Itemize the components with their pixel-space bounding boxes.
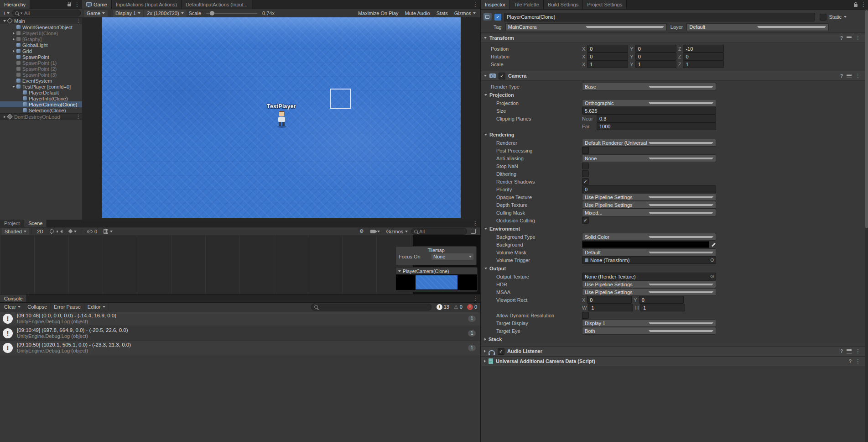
transform-header[interactable]: Transform ? ⋮ [481,33,868,43]
scene-search-input[interactable]: All [411,228,467,235]
preset-icon[interactable] [847,36,852,40]
scale-slider-knob[interactable] [210,11,214,16]
hidden-objects-toggle[interactable]: 0 [84,228,100,235]
error-count-badge[interactable]: !0 [465,304,479,310]
x-field[interactable]: 0 [587,53,628,60]
foldout-arrow-icon[interactable] [484,350,486,353]
renderer-dropdown[interactable]: Default Renderer (UniversalRenderPipelin… [582,139,716,147]
foldout-arrow-icon[interactable] [484,360,486,363]
expander-icon[interactable] [11,48,16,54]
log-count-badge[interactable]: !13 [434,304,452,310]
viewport-h-field[interactable]: 1 [640,304,685,311]
additional-camera-data-header[interactable]: Universal Additional Camera Data (Script… [481,356,868,366]
hierarchy-item[interactable]: SpawnPoint (2) ⋮ [0,66,82,72]
volume-mask-dropdown[interactable]: Default [582,248,716,256]
maximize-view-button[interactable] [468,228,478,235]
expander-icon[interactable] [17,96,23,101]
panel-menu-icon[interactable]: ⋮ [473,221,478,226]
expander-icon[interactable] [11,84,16,89]
y-field[interactable]: 1 [635,60,676,68]
enabled-checkbox[interactable] [498,348,504,355]
output-section[interactable]: Output [481,264,868,273]
hierarchy-item[interactable]: PlayerInfo(Clone) ⋮ [0,95,82,101]
inspector-tab[interactable]: Build Settings [544,0,583,9]
static-toggle[interactable]: Static [820,14,847,21]
expander-icon[interactable] [11,31,16,36]
maximize-on-play-button[interactable]: Maximize On Play [355,10,401,17]
scrollbar-thumb[interactable] [865,10,868,228]
component-menu-icon[interactable]: ⋮ [855,35,861,41]
hierarchy-item[interactable]: PlayerUI(Clone) ⋮ [0,30,82,36]
game-viewport[interactable]: TestPlayer [82,17,480,220]
depth-texture-dropdown[interactable]: Use Pipeline Settings [582,201,716,209]
expander-icon[interactable] [17,90,23,95]
post-processing-checkbox[interactable] [582,147,589,154]
occlusion-culling-checkbox[interactable] [582,217,589,224]
inspector-tab[interactable]: Inspector [481,0,510,9]
error-pause-button[interactable]: Error Pause [51,303,84,310]
size-field[interactable]: 5.625 [582,107,716,115]
tab-hierarchy[interactable]: Hierarchy [0,0,30,9]
background-type-dropdown[interactable]: Solid Color [582,233,716,241]
grid-dropdown[interactable] [101,228,115,235]
expander-icon[interactable] [11,78,16,84]
target-eye-dropdown[interactable]: Both [582,327,716,335]
static-checkbox[interactable] [820,14,826,21]
lock-icon[interactable] [854,4,858,7]
opaque-texture-dropdown[interactable]: Use Pipeline Settings [582,193,716,201]
help-icon[interactable]: ? [840,74,843,79]
game-render-area[interactable]: TestPlayer [102,17,461,218]
effects-dropdown[interactable] [66,228,79,235]
hierarchy-item[interactable]: SpawnPoint (3) ⋮ [0,72,82,78]
hierarchy-item[interactable]: Main ⋮ [0,17,82,24]
dynamic-resolution-checkbox[interactable] [582,312,589,319]
hierarchy-item[interactable]: [Graphy] ⋮ [0,36,82,42]
projection-section[interactable]: Projection [481,90,868,99]
environment-section[interactable]: Environment [481,224,868,233]
foldout-arrow-icon[interactable] [484,75,487,77]
component-menu-icon[interactable]: ⋮ [855,73,861,79]
layer-dropdown[interactable]: Default [686,23,829,31]
expander-icon[interactable] [11,25,16,30]
game-mode-dropdown[interactable]: Game [84,10,108,17]
editor-dropdown[interactable]: Editor [84,303,109,310]
view-tab[interactable]: DefaultInputActions (Input... [182,0,252,9]
y-field[interactable]: 0 [635,53,676,60]
z-field[interactable]: 0 [683,53,724,60]
hierarchy-item[interactable]: SpawnPoint (1) ⋮ [0,60,82,66]
lock-icon[interactable] [68,4,71,6]
anti-aliasing-dropdown[interactable]: None [582,154,716,162]
clear-button[interactable]: Clear [1,303,24,310]
near-plane-field[interactable]: 0.3 [597,115,716,122]
view-tab[interactable]: Project [0,220,24,227]
view-tab[interactable]: Game [82,0,112,9]
stats-button[interactable]: Stats [434,10,451,17]
panel-menu-icon[interactable]: ⋮ [473,2,478,7]
expander-icon[interactable] [11,60,16,66]
foldout-arrow-icon[interactable] [484,37,487,39]
tag-dropdown[interactable]: MainCamera [505,23,667,31]
object-picker-icon[interactable]: ⊙ [710,274,714,279]
resolution-dropdown[interactable]: 2x (1280x720) [144,10,186,17]
hierarchy-item[interactable]: GlobalLight ⋮ [0,42,82,48]
object-picker-icon[interactable]: ⊙ [710,257,714,263]
help-icon[interactable]: ? [840,349,843,354]
object-name-field[interactable]: PlayerCamera(Clone) [504,13,815,21]
tools-icon-button[interactable]: ⚙ [357,228,367,235]
expander-icon[interactable] [11,42,16,48]
camera-preview-title[interactable]: PlayerCamera(Clone) [396,268,477,274]
expander-icon[interactable] [11,37,16,42]
hierarchy-item[interactable]: Selection(Clone) ⋮ [0,107,82,113]
inspector-tab[interactable]: Project Settings [583,0,627,9]
component-menu-icon[interactable]: ⋮ [855,348,861,354]
scale-slider[interactable] [206,13,257,14]
tab-console[interactable]: Console [0,295,27,302]
viewport-y-field[interactable]: 0 [639,296,684,304]
panel-menu-icon[interactable]: ⋮ [473,296,478,301]
search-filter-caret-icon[interactable] [21,12,23,14]
scene-menu-icon[interactable]: ⋮ [76,18,81,24]
hierarchy-item[interactable]: SpawnPoint ⋮ [0,54,82,60]
view-tab[interactable]: InputActions (Input Actions) [112,0,182,9]
hierarchy-item[interactable]: EventSystem ⋮ [0,78,82,84]
target-display-dropdown[interactable]: Display 1 [582,319,716,327]
